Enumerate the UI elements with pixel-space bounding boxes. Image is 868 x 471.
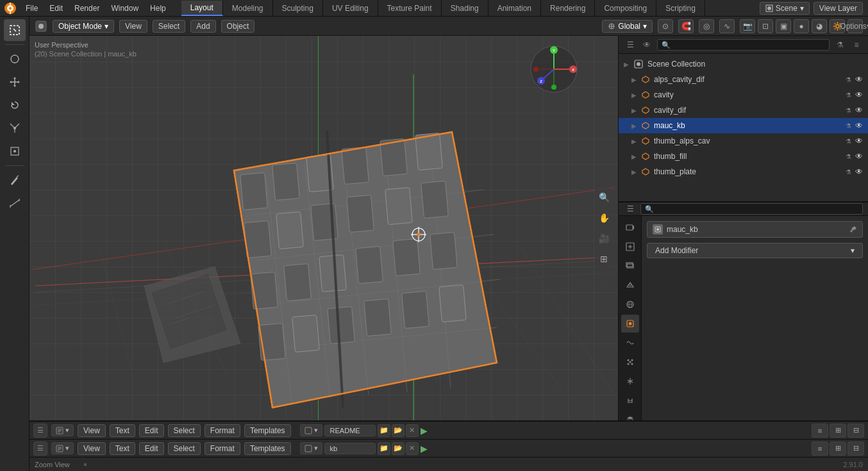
tab-layout[interactable]: Layout bbox=[181, 1, 223, 16]
outliner-filter-btn[interactable]: ⚗ bbox=[833, 38, 846, 51]
statusbar1-menu-btn[interactable]: ☰ bbox=[33, 424, 47, 438]
view-menu-btn[interactable]: View bbox=[119, 20, 147, 33]
viewport-overlay-btn[interactable]: ⊡ bbox=[758, 19, 773, 33]
move-tool[interactable] bbox=[4, 71, 26, 93]
measure-tool[interactable] bbox=[4, 192, 26, 214]
menu-edit[interactable]: Edit bbox=[44, 3, 68, 14]
tab-rendering[interactable]: Rendering bbox=[541, 1, 595, 16]
scene-props-btn[interactable] bbox=[621, 276, 639, 294]
menu-render[interactable]: Render bbox=[69, 3, 104, 14]
outliner-view-btn[interactable]: 👁 bbox=[640, 38, 653, 51]
view-compact-btn-1[interactable]: ⊟ bbox=[847, 424, 864, 438]
visibility-cavity[interactable]: 👁 bbox=[855, 90, 863, 99]
edit-btn-bar1[interactable]: Edit bbox=[139, 424, 164, 437]
tab-compositing[interactable]: Compositing bbox=[595, 1, 656, 16]
select-box-tool[interactable] bbox=[4, 19, 26, 41]
particles-props-btn[interactable] bbox=[621, 353, 639, 371]
file-browse-btn-2[interactable]: 📂 bbox=[392, 442, 405, 455]
outliner-menu-btn[interactable]: ☰ bbox=[624, 38, 637, 51]
viewport-canvas[interactable]: User Perspective (20) Scene Collection |… bbox=[29, 36, 618, 420]
tab-modeling[interactable]: Modeling bbox=[223, 1, 273, 16]
file-open-btn-2[interactable]: 📁 bbox=[378, 442, 390, 455]
outliner-item-alps-cavity-dif[interactable]: ▶ alps_cavity_dif ⚗ 👁 bbox=[619, 72, 868, 87]
add-menu-btn[interactable]: Add bbox=[190, 20, 215, 33]
file-close-btn-1[interactable]: ✕ bbox=[406, 424, 419, 437]
view-list-btn-2[interactable]: ≡ bbox=[812, 442, 828, 456]
modifier-props-btn[interactable] bbox=[621, 334, 639, 352]
outliner-item-cavity-dif[interactable]: ▶ cavity_dif ⚗ 👁 bbox=[619, 103, 868, 118]
viewlayer-dropdown[interactable]: View Layer bbox=[814, 2, 863, 15]
tab-animation[interactable]: Animation bbox=[488, 1, 541, 16]
viewport-shading-solid[interactable]: ● bbox=[794, 19, 809, 33]
viewport-cam-btn[interactable]: 📷 bbox=[740, 19, 755, 33]
curve-btn[interactable]: ∿ bbox=[719, 19, 735, 33]
outliner-item-cavity[interactable]: ▶ cavity ⚗ 👁 bbox=[619, 87, 868, 103]
outliner-item-mauc-kb[interactable]: ▶ mauc_kb ⚗ 👁 bbox=[619, 118, 868, 133]
viewport-gizmo[interactable]: Y X Z bbox=[528, 44, 580, 95]
visibility-thumb-fill[interactable]: 👁 bbox=[855, 152, 863, 161]
statusbar2-editor-type[interactable]: ▾ bbox=[51, 442, 74, 454]
outliner-search[interactable] bbox=[657, 39, 830, 51]
data-props-btn[interactable] bbox=[621, 411, 639, 420]
outliner-item-thumb-plate[interactable]: ▶ thumb_plate ⚗ 👁 bbox=[619, 164, 868, 179]
status-kb-filename[interactable]: kb bbox=[324, 443, 376, 454]
view-compact-btn-2[interactable]: ⊟ bbox=[847, 442, 864, 456]
format-btn-bar1[interactable]: Format bbox=[204, 424, 240, 437]
properties-search[interactable] bbox=[640, 203, 863, 215]
camera-btn[interactable]: 🎥 bbox=[595, 229, 613, 247]
view-btn-bar2[interactable]: View bbox=[78, 442, 106, 455]
templates-btn-bar1[interactable]: Templates bbox=[244, 424, 291, 437]
add-modifier-btn[interactable]: Add Modifier ▾ bbox=[647, 243, 863, 258]
outliner-settings-btn[interactable]: ≡ bbox=[850, 38, 863, 51]
status-readme-filename[interactable]: README bbox=[324, 425, 376, 436]
render-props-btn[interactable] bbox=[621, 219, 639, 236]
visibility-alps[interactable]: 👁 bbox=[855, 75, 863, 84]
pivot-btn[interactable]: ⊙ bbox=[658, 19, 673, 33]
outliner-item-thumb-alps-cav[interactable]: ▶ thumb_alps_cav ⚗ 👁 bbox=[619, 133, 868, 149]
props-menu-btn[interactable]: ☰ bbox=[624, 202, 637, 215]
select-menu-btn[interactable]: Select bbox=[153, 20, 185, 33]
tab-shading[interactable]: Shading bbox=[442, 1, 488, 16]
object-name-field[interactable]: mauc_kb bbox=[647, 221, 863, 238]
pan-btn[interactable]: ✋ bbox=[595, 209, 613, 227]
view-btn-bar1[interactable]: View bbox=[78, 424, 106, 437]
file-close-btn-2[interactable]: ✕ bbox=[406, 442, 419, 455]
tab-texture-paint[interactable]: Texture Paint bbox=[378, 1, 442, 16]
world-props-btn[interactable] bbox=[621, 295, 639, 313]
select-btn-bar2[interactable]: Select bbox=[168, 442, 201, 455]
object-menu-btn[interactable]: Object bbox=[221, 20, 255, 33]
transform-dropdown[interactable]: Global ▾ bbox=[602, 20, 653, 33]
rotate-tool[interactable] bbox=[4, 94, 26, 116]
object-mode-dropdown[interactable]: Object Mode ▾ bbox=[53, 20, 114, 33]
outliner-scene-collection[interactable]: ▶ Scene Collection bbox=[619, 56, 868, 72]
text-btn-bar1[interactable]: Text bbox=[110, 424, 135, 437]
constraints-props-btn[interactable] bbox=[621, 392, 639, 409]
statusbar1-editor-type[interactable]: ▾ bbox=[51, 424, 74, 436]
view-list-btn-1[interactable]: ≡ bbox=[812, 424, 828, 438]
select-btn-bar1[interactable]: Select bbox=[168, 424, 201, 437]
object-props-btn[interactable] bbox=[621, 315, 639, 333]
viewport-shading-wire[interactable]: ▣ bbox=[776, 19, 791, 33]
edit-btn-bar2[interactable]: Edit bbox=[139, 442, 164, 455]
proportional-btn[interactable]: ◎ bbox=[699, 19, 714, 33]
visibility-cavity-dif[interactable]: 👁 bbox=[855, 106, 863, 115]
file-open-btn-1[interactable]: 📁 bbox=[378, 424, 390, 437]
ortho-btn[interactable]: ⊞ bbox=[595, 250, 613, 268]
snap-btn[interactable]: 🧲 bbox=[678, 19, 694, 33]
visibility-thumb-alps[interactable]: 👁 bbox=[855, 136, 863, 145]
statusbar1-mode[interactable]: ▾ bbox=[300, 424, 322, 436]
viewport-shading-mat[interactable]: ◕ bbox=[812, 19, 827, 33]
view-grid-btn-2[interactable]: ⊞ bbox=[830, 442, 846, 456]
visibility-thumb-plate[interactable]: 👁 bbox=[855, 167, 863, 176]
tab-scripting[interactable]: Scripting bbox=[656, 1, 705, 16]
visibility-mauc-kb[interactable]: 👁 bbox=[855, 121, 863, 130]
text-btn-bar2[interactable]: Text bbox=[110, 442, 135, 455]
statusbar2-mode[interactable]: ▾ bbox=[300, 442, 322, 454]
menu-help[interactable]: Help bbox=[145, 3, 171, 14]
view-grid-btn-1[interactable]: ⊞ bbox=[830, 424, 846, 438]
statusbar2-menu-btn[interactable]: ☰ bbox=[33, 442, 47, 456]
options-btn[interactable]: Options ▾ bbox=[847, 19, 863, 33]
zoom-in-btn[interactable]: 🔍 bbox=[595, 188, 613, 206]
templates-btn-bar2[interactable]: Templates bbox=[244, 442, 291, 455]
physics-props-btn[interactable] bbox=[621, 372, 639, 390]
